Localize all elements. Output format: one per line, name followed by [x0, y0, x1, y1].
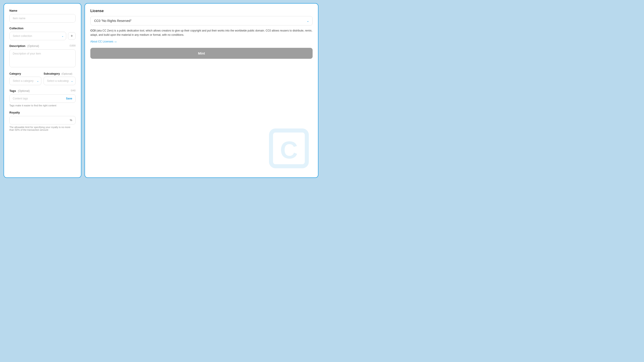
license-description-rest: (aka CC Zero) is a public dedication too…: [90, 29, 312, 36]
name-section: Name: [10, 9, 76, 22]
tags-counter: 0/40: [71, 89, 76, 92]
description-section: Description (Optional) /1000: [10, 44, 76, 68]
royalty-input[interactable]: 0: [10, 116, 67, 124]
category-label: Category: [10, 72, 41, 75]
royalty-input-row: 0 %: [10, 116, 76, 124]
collection-label: Collection: [10, 26, 76, 30]
name-label: Name: [10, 9, 76, 12]
tags-label: Tags (Optional) 0/40: [10, 89, 76, 92]
external-link-icon: ▭: [114, 40, 116, 43]
tags-input[interactable]: [10, 94, 63, 103]
license-description: CC0 (aka CC Zero) is a public dedication…: [90, 28, 312, 37]
collection-row: Select collection ⌄ +: [10, 32, 76, 40]
royalty-symbol: %: [67, 119, 75, 122]
mint-button[interactable]: Mint: [90, 48, 312, 59]
left-form-panel: Name Collection Select collection ⌄ + De…: [4, 3, 82, 178]
description-optional: (Optional): [27, 44, 39, 48]
category-select-wrapper: Select a category ⌄: [10, 77, 41, 85]
description-input[interactable]: [10, 49, 76, 67]
tags-optional: (Optional): [18, 89, 30, 92]
subcategory-label: Subcategory (Optional): [44, 72, 76, 75]
license-title: License: [90, 9, 312, 13]
subcategory-col: Subcategory (Optional) Select a subcateg…: [44, 72, 76, 85]
watermark-logo: C: [266, 126, 311, 171]
category-section: Category Select a category ⌄ Subcategory…: [10, 72, 76, 85]
about-cc-link[interactable]: About CC Licenses ▭: [90, 40, 116, 43]
category-col: Category Select a category ⌄: [10, 72, 41, 85]
tags-hint: Tags make it easier to find the right co…: [10, 104, 76, 107]
description-counter: /1000: [69, 44, 76, 47]
category-select[interactable]: Select a category: [10, 77, 41, 85]
subcategory-select-wrapper: Select a subcategory ⌄: [44, 77, 76, 85]
collection-select-wrapper: Select collection ⌄: [10, 32, 66, 40]
royalty-label: Royalty: [10, 111, 76, 114]
tags-save-button[interactable]: Save: [63, 97, 75, 100]
subcategory-select[interactable]: Select a subcategory: [44, 77, 75, 85]
collection-select[interactable]: Select collection: [10, 32, 66, 40]
license-bold: CC0: [90, 29, 96, 32]
royalty-section: Royalty 0 % The allowable limit for spec…: [10, 111, 76, 131]
description-label: Description (Optional) /1000: [10, 44, 76, 48]
collection-section: Collection Select collection ⌄ +: [10, 26, 76, 40]
royalty-hint: The allowable limit for specifying your …: [10, 126, 76, 131]
name-input[interactable]: [10, 14, 76, 22]
license-select[interactable]: CC0 "No Rights Reserved": [90, 16, 312, 25]
right-license-panel: License CC0 "No Rights Reserved" ⌄ CC0 (…: [84, 3, 318, 178]
add-collection-button[interactable]: +: [68, 32, 76, 40]
license-select-wrapper: CC0 "No Rights Reserved" ⌄: [90, 16, 312, 25]
tags-input-row: Save: [10, 94, 76, 103]
svg-text:C: C: [280, 136, 298, 164]
category-row: Category Select a category ⌄ Subcategory…: [10, 72, 76, 85]
tags-section: Tags (Optional) 0/40 Save Tags make it e…: [10, 89, 76, 107]
